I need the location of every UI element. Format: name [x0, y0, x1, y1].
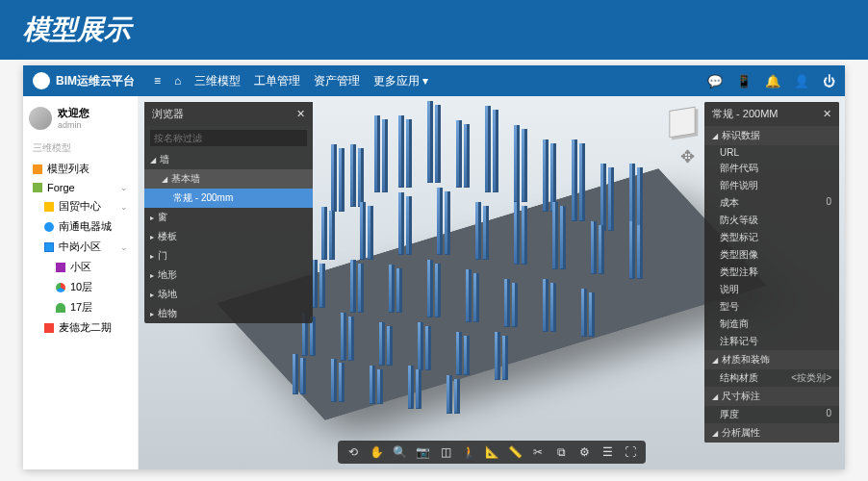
prop-type-note[interactable]: 类型注释: [704, 264, 839, 281]
building[interactable]: [331, 144, 337, 212]
menu-workorder[interactable]: 工单管理: [254, 73, 300, 89]
prop-section-dimension[interactable]: ◢尺寸标注: [704, 387, 839, 406]
building[interactable]: [416, 369, 421, 409]
prop-cost[interactable]: 成本0: [704, 194, 839, 212]
chat-icon[interactable]: 💬: [707, 74, 723, 89]
building[interactable]: [454, 379, 460, 414]
building[interactable]: [374, 115, 380, 192]
building[interactable]: [572, 139, 577, 221]
building[interactable]: [293, 354, 298, 394]
bell-icon[interactable]: 🔔: [765, 74, 780, 89]
building[interactable]: [427, 101, 433, 183]
close-icon[interactable]: ✕: [823, 108, 831, 120]
prop-url[interactable]: URL: [704, 145, 839, 160]
building[interactable]: [427, 260, 433, 317]
building[interactable]: [543, 279, 549, 332]
sidebar-item-xiaoqu[interactable]: 小区: [27, 257, 134, 277]
building[interactable]: [379, 322, 385, 366]
menu-home-icon[interactable]: ⌂: [174, 74, 181, 88]
building[interactable]: [493, 110, 498, 192]
close-icon[interactable]: ✕: [296, 108, 305, 120]
building[interactable]: [514, 202, 520, 265]
app-logo[interactable]: BIM运维云平台: [33, 72, 135, 89]
mobile-icon[interactable]: 📱: [736, 74, 752, 89]
building[interactable]: [350, 260, 356, 313]
tree-selected[interactable]: 常规 - 200mm: [144, 189, 313, 208]
building[interactable]: [368, 206, 373, 260]
sidebar-item-model-list[interactable]: 模型列表: [27, 159, 134, 179]
building[interactable]: [483, 206, 489, 260]
walk-icon[interactable]: 🚶: [461, 445, 476, 459]
building[interactable]: [370, 366, 375, 404]
building[interactable]: [377, 369, 383, 404]
tree-wall[interactable]: ◢墙: [144, 150, 313, 169]
prop-thickness[interactable]: 厚度0: [704, 406, 839, 423]
prop-section-id[interactable]: ◢标识数据: [704, 126, 839, 145]
building[interactable]: [579, 143, 585, 221]
prop-part-desc[interactable]: 部件说明: [704, 177, 839, 194]
building[interactable]: [502, 336, 508, 380]
tree-window[interactable]: ▸窗: [144, 208, 313, 227]
prop-mfr[interactable]: 制造商: [704, 316, 839, 333]
building[interactable]: [464, 124, 470, 188]
building[interactable]: [447, 375, 452, 414]
tree-basic-wall[interactable]: ◢基本墙: [144, 169, 313, 189]
building[interactable]: [348, 316, 354, 361]
building[interactable]: [398, 115, 404, 188]
menu-more[interactable]: 更多应用 ▾: [373, 73, 428, 89]
building[interactable]: [319, 264, 325, 308]
building[interactable]: [589, 292, 595, 337]
prop-struct-mat[interactable]: 结构材质<按类别>: [704, 369, 839, 387]
orbit-icon[interactable]: ⟲: [345, 445, 361, 459]
building[interactable]: [418, 322, 423, 370]
properties-icon[interactable]: ☰: [600, 445, 615, 459]
power-icon[interactable]: ⏻: [823, 74, 835, 89]
sidebar-item-zhonggang[interactable]: 中岗小区⌄: [27, 237, 134, 257]
sidebar-item-nantong[interactable]: 南通电器城: [27, 216, 134, 237]
building[interactable]: [331, 359, 337, 402]
prop-part-code[interactable]: 部件代码: [704, 160, 839, 177]
user-block[interactable]: 欢迎您 admin: [27, 102, 134, 138]
building[interactable]: [437, 188, 443, 255]
building[interactable]: [445, 191, 450, 255]
sidebar-item-guomao[interactable]: 国贸中心⌄: [27, 196, 134, 216]
building[interactable]: [473, 273, 479, 322]
building[interactable]: [350, 144, 356, 207]
building[interactable]: [464, 336, 470, 375]
building[interactable]: [408, 366, 414, 409]
building[interactable]: [382, 119, 388, 192]
zoom-icon[interactable]: 🔍: [392, 445, 407, 459]
sidebar-item-floor17[interactable]: 17层: [27, 297, 134, 317]
building[interactable]: [522, 206, 527, 265]
building[interactable]: [550, 283, 556, 332]
camera-icon[interactable]: 📷: [415, 445, 430, 459]
nav-compass-icon[interactable]: ✥: [680, 146, 695, 167]
building[interactable]: [456, 120, 462, 188]
sidebar-item-meidelong[interactable]: 麦德龙二期: [27, 317, 134, 338]
measure-icon[interactable]: 📐: [484, 445, 499, 459]
building[interactable]: [485, 106, 491, 192]
fullscreen-icon[interactable]: ⛶: [623, 445, 638, 459]
ruler-icon[interactable]: 📏: [507, 445, 523, 459]
view-cube[interactable]: [669, 107, 695, 139]
building[interactable]: [358, 264, 364, 313]
building[interactable]: [608, 167, 614, 231]
building[interactable]: [514, 125, 520, 202]
building[interactable]: [339, 363, 345, 402]
menu-hamburger-icon[interactable]: ≡: [154, 74, 161, 88]
settings-icon[interactable]: ⚙: [576, 445, 592, 459]
tree-plant[interactable]: ▸植物: [144, 304, 313, 323]
prop-type-mark[interactable]: 类型标记: [704, 229, 839, 246]
properties-panel-header[interactable]: 常规 - 200MM ✕: [704, 102, 839, 126]
sidebar-item-floor10[interactable]: 10层: [27, 277, 134, 297]
prop-desc[interactable]: 说明: [704, 281, 839, 298]
browser-panel-header[interactable]: 浏览器 ✕: [144, 102, 313, 126]
building[interactable]: [396, 268, 402, 313]
prop-section-analysis[interactable]: ◢分析属性: [704, 423, 839, 443]
building[interactable]: [406, 119, 412, 188]
building[interactable]: [389, 265, 395, 313]
tree-door[interactable]: ▸门: [144, 246, 313, 266]
tree-floor[interactable]: ▸楼板: [144, 227, 313, 246]
explode-icon[interactable]: ✂: [530, 445, 546, 459]
building[interactable]: [329, 211, 335, 260]
